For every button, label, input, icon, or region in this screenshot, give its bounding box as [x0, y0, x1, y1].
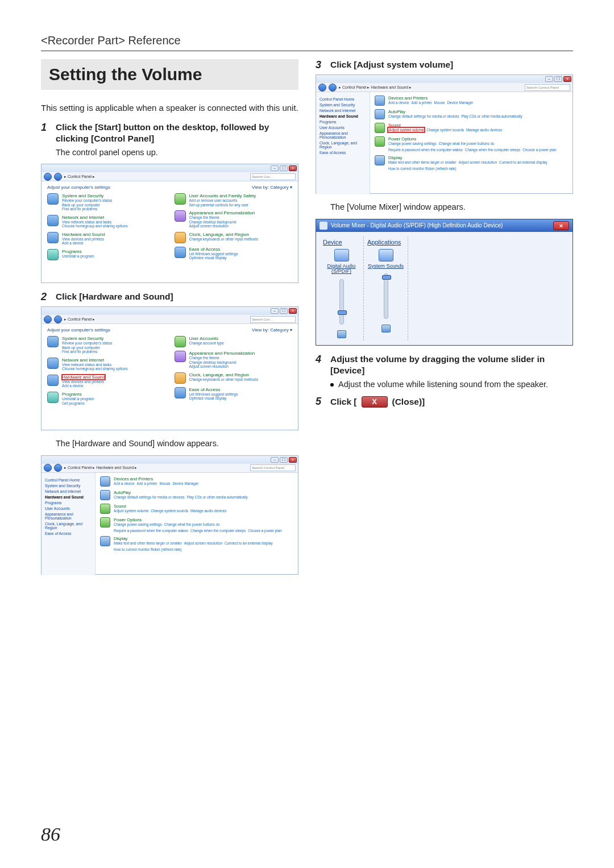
view-by-label[interactable]: View by: Category ▾ [252, 185, 292, 190]
address-bar: ▸ Control Panel ▸ Hardware and Sound ▸ S… [42, 464, 298, 473]
page-title-bar: Setting the Volume [41, 59, 298, 90]
hs-sound[interactable]: SoundAdjust system volumeChange system s… [375, 123, 568, 133]
sidebar-net-int[interactable]: Network and Internet [320, 109, 366, 113]
sidebar-sys-sec[interactable]: System and Security [45, 484, 92, 488]
breadcrumb-path[interactable]: ▸ Control Panel ▸ [64, 175, 248, 179]
app-icon[interactable] [379, 249, 393, 261]
cp-programs[interactable]: ProgramsUninstall a program [47, 249, 165, 260]
maximize-button[interactable]: ☐ [280, 165, 288, 171]
forward-button[interactable] [54, 464, 62, 472]
maximize-button[interactable]: ☐ [280, 308, 288, 314]
minimize-button[interactable]: – [545, 76, 553, 82]
step-1-sub: The control panel opens up. [56, 147, 298, 159]
sidebar-clock-lang[interactable]: Clock, Language, and Region [320, 141, 366, 149]
vm-apps-header: Applications [367, 239, 401, 246]
mute-icon[interactable] [381, 325, 391, 333]
sidebar-programs[interactable]: Programs [320, 120, 366, 124]
device-icon[interactable] [334, 249, 349, 261]
sidebar-home[interactable]: Control Panel Home [320, 97, 366, 101]
cp-system-security[interactable]: System and SecurityReview your computer'… [47, 336, 165, 354]
forward-button[interactable] [54, 315, 62, 323]
step-text: Adjust the volume by dragging the volume… [330, 354, 573, 376]
breadcrumb-path[interactable]: ▸ Control Panel ▸ Hardware and Sound ▸ [64, 466, 248, 470]
sidebar-user-acc[interactable]: User Accounts [320, 126, 366, 130]
cp-appearance[interactable]: Appearance and PersonalizationChange the… [175, 351, 293, 369]
cp-hardware-sound[interactable]: Hardware and SoundView devices and print… [47, 375, 165, 388]
sidebar-ease-access[interactable]: Ease of Access [320, 151, 366, 155]
sidebar-sys-sec[interactable]: System and Security [320, 103, 366, 107]
cp-hardware-sound[interactable]: Hardware and SoundView devices and print… [47, 232, 165, 246]
cp-ease-of-access[interactable]: Ease of AccessLet Windows suggest settin… [175, 387, 293, 401]
sidebar-net-int[interactable]: Network and Internet [45, 489, 92, 493]
breadcrumb-path[interactable]: ▸ Control Panel ▸ Hardware and Sound ▸ [339, 85, 522, 90]
sidebar-home[interactable]: Control Panel Home [45, 478, 92, 482]
sidebar: Control Panel Home System and Security N… [316, 92, 370, 194]
back-button[interactable] [44, 173, 52, 181]
back-button[interactable] [318, 84, 326, 92]
back-button[interactable] [44, 464, 52, 472]
search-input[interactable]: Search Con… [250, 316, 296, 323]
sidebar-ease-access[interactable]: Ease of Access [45, 531, 92, 535]
hs-autoplay[interactable]: AutoPlayChange default settings for medi… [100, 490, 293, 500]
hs-display[interactable]: DisplayMake text and other items larger … [375, 155, 568, 171]
sidebar-appearance[interactable]: Appearance and Personalization [320, 131, 366, 139]
hs-devices-printers[interactable]: Devices and PrintersAdd a deviceAdd a pr… [100, 476, 293, 487]
forward-button[interactable] [329, 84, 337, 92]
hardware-sound-window-2: – ☐ × ▸ Control Panel ▸ Hardware and Sou… [316, 74, 573, 194]
cp-user-accounts[interactable]: User Accounts and Family SafetyAdd or re… [175, 193, 293, 207]
close-button[interactable]: × [553, 221, 569, 230]
cp-programs[interactable]: ProgramsUninstall a programGet programs [47, 392, 165, 405]
search-input[interactable]: Search Control Panel [250, 464, 296, 471]
close-button[interactable]: × [563, 76, 571, 82]
cp-user-accounts[interactable]: User AccountsChange account type [175, 336, 293, 347]
minimize-button[interactable]: – [271, 165, 279, 171]
cp-appearance[interactable]: Appearance and PersonalizationChange the… [175, 210, 293, 229]
vm-device-column: Device Digital Audio (S/PDIF) [320, 236, 364, 341]
back-button[interactable] [44, 315, 52, 323]
mute-icon[interactable] [337, 330, 346, 338]
cp-clock-language[interactable]: Clock, Language, and RegionChange keyboa… [175, 232, 293, 243]
sidebar-user-acc[interactable]: User Accounts [45, 506, 92, 510]
vm-app-name[interactable]: System Sounds [368, 264, 404, 269]
hs-power-options[interactable]: Power OptionsChange power-saving setting… [100, 517, 293, 533]
hs-autoplay[interactable]: AutoPlayChange default settings for medi… [375, 109, 568, 119]
slider-thumb[interactable] [338, 310, 347, 315]
maximize-button[interactable]: ☐ [554, 76, 562, 82]
device-volume-slider[interactable] [339, 279, 344, 325]
vm-device-name[interactable]: Digital Audio (S/PDIF) [323, 264, 360, 275]
breadcrumb-path[interactable]: ▸ Control Panel ▸ [64, 317, 248, 322]
volume-mixer-title: Volume Mixer - Digital Audio (S/PDIF) (H… [331, 222, 553, 229]
hs-devices-printers[interactable]: Devices and PrintersAdd a deviceAdd a pr… [375, 95, 568, 106]
cp-clock-language[interactable]: Clock, Language, and RegionChange keyboa… [175, 372, 293, 384]
view-by-label[interactable]: View by: Category ▾ [252, 327, 292, 333]
cp-network-internet[interactable]: Network and InternetView network status … [47, 358, 165, 371]
step-number: 5 [316, 396, 326, 408]
close-button[interactable]: × [289, 308, 297, 314]
forward-button[interactable] [54, 173, 62, 181]
close-button[interactable]: × [289, 165, 297, 171]
close-button[interactable]: × [289, 457, 297, 463]
search-input[interactable]: Search Control Panel [525, 84, 570, 91]
address-bar: ▸ Control Panel ▸ Search Con… [42, 172, 298, 181]
sidebar-hw-snd[interactable]: Hardware and Sound [45, 495, 92, 499]
slider-thumb[interactable] [382, 275, 391, 280]
hs-display[interactable]: DisplayMake text and other items larger … [100, 536, 293, 551]
app-volume-slider[interactable] [384, 273, 388, 319]
sidebar-clock-lang[interactable]: Clock, Language, and Region [45, 522, 92, 530]
hs-power-options[interactable]: Power OptionsChange power-saving setting… [375, 136, 568, 152]
hs-sound[interactable]: SoundAdjust system volumeChange system s… [100, 504, 293, 514]
cp-ease-of-access[interactable]: Ease of AccessLet Windows suggest settin… [175, 247, 293, 260]
page-number: 86 [41, 824, 60, 845]
cp-network-internet[interactable]: Network and InternetView network status … [47, 215, 165, 229]
sidebar-appearance[interactable]: Appearance and Personalization [45, 512, 92, 520]
maximize-button[interactable]: ☐ [280, 457, 288, 463]
sidebar-hw-snd[interactable]: Hardware and Sound [320, 114, 366, 118]
sidebar-programs[interactable]: Programs [45, 501, 92, 505]
adjust-system-volume-link[interactable]: Adjust system volume [388, 128, 424, 132]
cp-system-security[interactable]: System and SecurityReview your computer'… [47, 193, 165, 211]
address-bar: ▸ Control Panel ▸ Search Con… [42, 315, 298, 324]
vm-device-header[interactable]: Device [323, 239, 342, 246]
minimize-button[interactable]: – [271, 457, 279, 463]
search-input[interactable]: Search Con… [250, 173, 296, 180]
minimize-button[interactable]: – [271, 308, 279, 314]
